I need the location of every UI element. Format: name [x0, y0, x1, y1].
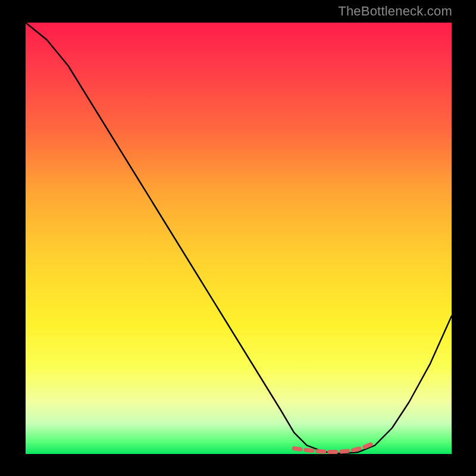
- chart-frame: TheBottleneck.com: [0, 0, 476, 476]
- curve-svg: [26, 23, 452, 454]
- floor-dashes: [294, 444, 371, 452]
- main-curve: [26, 23, 452, 453]
- plot-area: [26, 23, 452, 454]
- watermark-text: TheBottleneck.com: [338, 4, 452, 19]
